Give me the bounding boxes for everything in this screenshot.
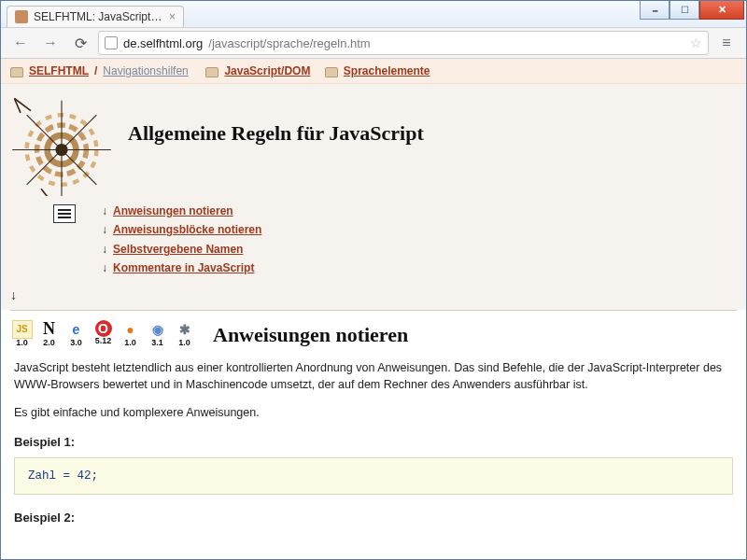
- section-body: JavaScript besteht letztendlich aus eine…: [1, 350, 746, 542]
- example-label: Beispiel 1:: [14, 434, 733, 452]
- example-label: Beispiel 2:: [14, 510, 733, 527]
- compat-firefox-icon: ●1.0: [119, 320, 142, 350]
- breadcrumb: SELFHTML/Navigationshilfen JavaScript/DO…: [1, 59, 746, 84]
- compat-netscape-version: 2.0: [43, 338, 55, 347]
- forward-button[interactable]: →: [38, 31, 63, 55]
- page-content: SELFHTML/Navigationshilfen JavaScript/DO…: [1, 59, 746, 542]
- tab-close-icon[interactable]: ×: [169, 10, 176, 23]
- toc-item: Anweisungen notieren: [102, 202, 261, 220]
- favicon: [15, 10, 28, 23]
- reload-button[interactable]: ⟳: [68, 31, 92, 55]
- browser-toolbar: ← → ⟳ de.selfhtml.org/javascript/sprache…: [1, 27, 746, 59]
- browser-menu-button[interactable]: ≡: [714, 31, 739, 55]
- toc-item: Selbstvergebene Namen: [102, 240, 261, 259]
- compat-konq-version: 1.0: [178, 338, 190, 347]
- page-title: Allgemeine Regeln für JavaScript: [128, 121, 424, 146]
- paragraph: Es gibt einfache und komplexere Anweisun…: [14, 404, 733, 421]
- compat-netscape-icon: N2.0: [37, 320, 61, 350]
- url-host: de.selfhtml.org: [123, 36, 203, 50]
- tab-strip: SELFHTML: JavaScript / Sp… ×: [7, 6, 184, 27]
- folder-icon: [325, 67, 338, 77]
- divider: [10, 310, 737, 311]
- bookmark-star-icon[interactable]: ☆: [690, 35, 702, 50]
- compat-ie-version: 3.0: [70, 338, 82, 347]
- page-viewport[interactable]: SELFHTML/Navigationshilfen JavaScript/DO…: [1, 59, 746, 559]
- code-block: Zahl = 42;: [14, 457, 733, 495]
- table-of-contents: Anweisungen notieren Anweisungsblöcke no…: [102, 202, 261, 278]
- url-path: /javascript/sprache/regeln.htm: [208, 36, 370, 50]
- browser-compat-row: JS1.0 N2.0 e3.0 O5.12 ●1.0 ◉3.1 ✱1.0 Anw…: [1, 320, 746, 350]
- window-close-button[interactable]: [699, 1, 744, 20]
- toc-link[interactable]: Kommentare in JavaScript: [113, 259, 254, 277]
- browser-tab[interactable]: SELFHTML: JavaScript / Sp… ×: [7, 6, 184, 27]
- svg-line-10: [41, 189, 49, 196]
- scroll-down-hint: ↓: [1, 287, 746, 310]
- folder-icon: [205, 67, 218, 77]
- compat-safari-version: 3.1: [151, 338, 163, 347]
- address-bar[interactable]: de.selfhtml.org/javascript/sprache/regel…: [98, 31, 709, 55]
- page-header: Allgemeine Regeln für JavaScript: [1, 84, 746, 202]
- breadcrumb-navhelp[interactable]: Navigationshilfen: [103, 64, 188, 77]
- compat-ie-icon: e3.0: [64, 320, 88, 350]
- window-titlebar: SELFHTML: JavaScript / Sp… ×: [1, 1, 746, 27]
- compat-konq-icon: ✱1.0: [173, 320, 196, 350]
- breadcrumb-root[interactable]: SELFHTML: [29, 64, 89, 77]
- compat-safari-icon: ◉3.1: [146, 320, 169, 350]
- window-minimize-button[interactable]: [640, 1, 669, 20]
- toc-item: Anweisungsblöcke notieren: [102, 220, 261, 239]
- toc-link[interactable]: Selbstvergebene Namen: [113, 240, 243, 259]
- breadcrumb-section[interactable]: JavaScript/DOM: [224, 64, 310, 77]
- selfhtml-logo: [10, 93, 113, 196]
- tab-title: SELFHTML: JavaScript / Sp…: [34, 10, 163, 23]
- breadcrumb-sub[interactable]: Sprachelemente: [344, 64, 430, 77]
- compat-js-icon: JS1.0: [10, 320, 34, 350]
- toc-toggle-button[interactable]: [53, 204, 76, 223]
- site-info-icon[interactable]: [105, 36, 118, 49]
- back-button[interactable]: ←: [8, 31, 33, 55]
- window-buttons: [640, 1, 744, 20]
- toc-item: Kommentare in JavaScript: [102, 259, 261, 277]
- compat-opera-icon: O5.12: [92, 320, 115, 350]
- compat-firefox-version: 1.0: [124, 338, 136, 347]
- folder-icon: [10, 67, 23, 77]
- window-maximize-button[interactable]: [669, 1, 699, 20]
- paragraph: JavaScript besteht letztendlich aus eine…: [14, 359, 733, 393]
- compat-opera-version: 5.12: [95, 336, 112, 345]
- header-text: Allgemeine Regeln für JavaScript: [128, 93, 424, 196]
- browser-window: SELFHTML: JavaScript / Sp… × ← → ⟳ de.se…: [0, 0, 747, 560]
- compat-js-version: 1.0: [16, 338, 28, 347]
- section-title: Anweisungen notieren: [213, 323, 408, 347]
- toc-link[interactable]: Anweisungen notieren: [113, 202, 233, 220]
- toc-link[interactable]: Anweisungsblöcke notieren: [113, 220, 261, 239]
- breadcrumb-sep: /: [94, 64, 97, 77]
- toc-row: Anweisungen notieren Anweisungsblöcke no…: [1, 202, 746, 287]
